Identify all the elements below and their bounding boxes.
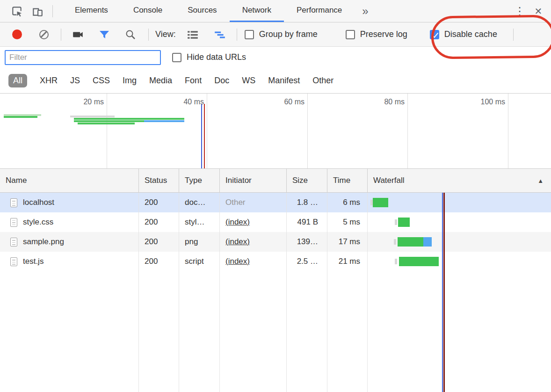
column-header-size[interactable]: Size [287, 169, 327, 192]
request-initiator[interactable]: (index) [225, 257, 250, 266]
preserve-log-checkbox[interactable] [346, 30, 355, 39]
request-type: png [179, 232, 220, 252]
filter-type-doc[interactable]: Doc [214, 76, 229, 86]
network-request-row[interactable]: test.js 200 script (index) 2.5 … 21 ms [0, 252, 551, 271]
hide-data-urls-toggle[interactable]: Hide data URLs [172, 52, 246, 62]
request-type: script [179, 252, 220, 271]
request-initiator[interactable]: (index) [225, 218, 250, 227]
toolbar-divider [61, 29, 61, 41]
time-tick-label: 40 ms [162, 98, 204, 106]
filter-funnel-icon[interactable] [94, 24, 115, 45]
request-waterfall-bar [368, 252, 551, 271]
request-status: 200 [139, 212, 179, 232]
request-initiator-cell: (index) [220, 252, 287, 271]
request-time: 21 ms [327, 252, 368, 271]
request-type: styl… [179, 212, 220, 232]
resource-type-filters: All XHR JS CSS Img Media Font Doc WS Man… [0, 68, 551, 94]
column-header-time[interactable]: Time [327, 169, 368, 192]
column-header-waterfall[interactable]: Waterfall ▲ [368, 169, 551, 192]
network-request-row[interactable]: localhost 200 doc… Other 1.8 … 6 ms [0, 193, 551, 212]
close-icon[interactable]: ✕ [530, 6, 546, 17]
capture-screenshots-icon[interactable] [68, 24, 88, 45]
group-by-frame-checkbox[interactable] [245, 30, 254, 39]
more-tabs-icon[interactable]: » [355, 0, 376, 22]
request-size: 1.8 … [287, 193, 327, 212]
request-name-cell: style.css [0, 212, 139, 232]
request-waterfall-bar [368, 193, 551, 212]
kebab-menu-icon[interactable]: ⋮ [512, 5, 528, 18]
inspect-element-icon[interactable] [7, 1, 27, 22]
clear-network-log-icon[interactable] [34, 24, 54, 45]
filter-type-css[interactable]: CSS [93, 76, 110, 86]
request-name: sample.png [23, 237, 64, 247]
column-header-initiator[interactable]: Initiator [220, 169, 287, 192]
file-icon [10, 218, 17, 227]
record-network-log-icon[interactable] [7, 24, 27, 45]
request-name-cell: sample.png [0, 232, 139, 252]
filter-type-manifest[interactable]: Manifest [268, 76, 300, 86]
column-divider[interactable] [138, 193, 139, 392]
preserve-log-label: Preserve log [360, 29, 407, 39]
file-icon [10, 198, 17, 207]
requests-table-body: localhost 200 doc… Other 1.8 … 6 ms styl… [0, 193, 551, 392]
column-divider[interactable] [179, 193, 179, 392]
column-divider[interactable] [327, 193, 327, 392]
request-initiator-cell: (index) [220, 232, 287, 252]
filter-type-ws[interactable]: WS [242, 76, 255, 86]
device-toolbar-icon[interactable] [27, 1, 48, 22]
network-request-row[interactable]: sample.png 200 png (index) 139… 17 ms [0, 232, 551, 252]
disable-cache-checkbox[interactable] [430, 30, 439, 39]
request-name-cell: test.js [0, 252, 139, 271]
filter-type-font[interactable]: Font [185, 76, 202, 86]
search-icon[interactable] [120, 24, 141, 45]
waterfall-header-label: Waterfall [373, 176, 404, 185]
preserve-log-toggle[interactable]: Preserve log [346, 29, 407, 39]
request-name: style.css [23, 218, 53, 227]
request-name: test.js [23, 257, 44, 266]
column-divider[interactable] [219, 193, 220, 392]
column-divider[interactable] [286, 193, 287, 392]
filter-type-media[interactable]: Media [149, 76, 172, 86]
time-tick-label: 60 ms [262, 98, 304, 106]
request-name: localhost [23, 198, 54, 207]
column-header-name[interactable]: Name [0, 169, 139, 192]
hide-data-urls-checkbox[interactable] [172, 53, 181, 62]
group-by-frame-toggle[interactable]: Group by frame [245, 29, 318, 39]
network-request-row[interactable]: style.css 200 styl… (index) 491 B 5 ms [0, 212, 551, 232]
filter-type-xhr[interactable]: XHR [40, 76, 58, 86]
filter-type-other[interactable]: Other [312, 76, 334, 86]
devtools-tabbar: Elements Console Sources Network Perform… [0, 0, 551, 22]
filter-row: Hide data URLs [0, 47, 551, 68]
sort-ascending-icon[interactable]: ▲ [537, 177, 544, 184]
toolbar-divider [52, 5, 53, 17]
request-waterfall-bar [368, 232, 551, 252]
request-size: 139… [287, 232, 327, 252]
tab-sources[interactable]: Sources [175, 0, 229, 22]
group-by-frame-label: Group by frame [259, 29, 318, 39]
filter-input[interactable] [5, 50, 161, 65]
filter-type-img[interactable]: Img [123, 76, 137, 86]
request-time: 5 ms [327, 212, 368, 232]
column-header-type[interactable]: Type [179, 169, 220, 192]
request-type: doc… [179, 193, 220, 212]
column-divider[interactable] [367, 193, 368, 392]
request-initiator[interactable]: Other [225, 198, 246, 207]
request-time: 6 ms [327, 193, 368, 212]
large-request-rows-icon[interactable] [182, 24, 203, 45]
show-overview-icon[interactable] [210, 24, 230, 45]
request-size: 491 B [287, 212, 327, 232]
file-icon [10, 257, 17, 266]
tab-elements[interactable]: Elements [62, 0, 121, 22]
column-header-status[interactable]: Status [139, 169, 179, 192]
tab-network[interactable]: Network [230, 0, 284, 22]
view-label: View: [155, 29, 176, 39]
request-initiator-cell: Other [220, 193, 287, 212]
network-overview-timeline[interactable]: 20 ms 40 ms 60 ms 80 ms 100 ms [0, 94, 551, 169]
tab-console[interactable]: Console [121, 0, 175, 22]
disable-cache-toggle[interactable]: Disable cache [430, 29, 497, 39]
requests-table-header: Name Status Type Initiator Size Time Wat… [0, 169, 551, 193]
filter-type-js[interactable]: JS [70, 76, 80, 86]
request-initiator[interactable]: (index) [225, 237, 250, 247]
tab-performance[interactable]: Performance [284, 0, 355, 22]
filter-type-all[interactable]: All [8, 74, 27, 87]
